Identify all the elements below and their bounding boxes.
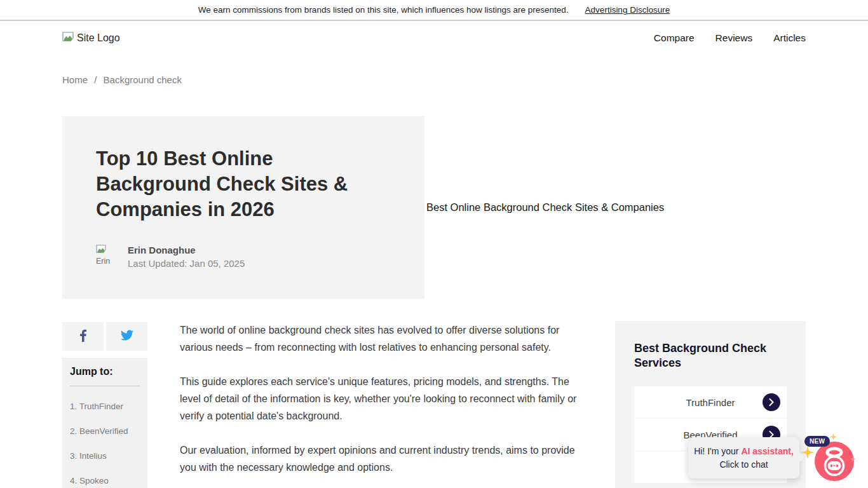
sparkle-plus-icon bbox=[830, 431, 837, 443]
last-updated: Last Updated: Jan 05, 2025 bbox=[128, 258, 245, 269]
jump-item-beenverified[interactable]: 2. BeenVerified bbox=[70, 426, 140, 436]
author-avatar: Erin bbox=[96, 245, 121, 269]
chat-cta: Click to chat bbox=[719, 458, 768, 471]
article-paragraph: The world of online background check sit… bbox=[180, 322, 581, 356]
jump-to-card: Jump to: 1. TruthFinder 2. BeenVerified … bbox=[62, 358, 147, 488]
social-share-row bbox=[62, 322, 147, 351]
avatar-alt-text: Erin bbox=[96, 257, 110, 266]
page-title: Top 10 Best Online Background Check Site… bbox=[96, 146, 381, 222]
ai-assistant-highlight: AI assistant, bbox=[741, 446, 793, 456]
site-logo-alt-text: Site Logo bbox=[77, 32, 120, 44]
nav-compare[interactable]: Compare bbox=[654, 32, 695, 44]
advertising-disclosure-link[interactable]: Advertising Disclosure bbox=[585, 5, 670, 15]
article-paragraph: This guide explores each service's uniqu… bbox=[180, 373, 581, 424]
site-header: Site Logo Compare Reviews Articles bbox=[62, 28, 806, 48]
disclosure-banner: We earn commissions from brands listed o… bbox=[0, 0, 868, 21]
breadcrumb-home[interactable]: Home bbox=[62, 74, 88, 85]
chat-greeting: Hi! I'm your AI assistant, bbox=[694, 445, 794, 458]
service-row-truthfinder[interactable]: TruthFinder bbox=[634, 386, 787, 418]
jump-item-intelius[interactable]: 3. Intelius bbox=[70, 451, 140, 461]
robot-mascot-icon bbox=[815, 442, 854, 481]
main-nav: Compare Reviews Articles bbox=[654, 32, 806, 44]
chat-assistant-button[interactable] bbox=[815, 442, 854, 481]
best-services-title: Best Background Check Services bbox=[634, 341, 771, 370]
author-name: Erin Donaghue bbox=[128, 245, 245, 255]
hero-image-alt-text: Best Online Background Check Sites & Com… bbox=[426, 201, 664, 214]
chevron-right-icon[interactable] bbox=[763, 393, 780, 411]
facebook-icon bbox=[80, 329, 86, 344]
broken-image-icon bbox=[62, 32, 74, 44]
article-paragraph: Our evaluation, informed by expert opini… bbox=[180, 442, 581, 476]
jump-to-title: Jump to: bbox=[70, 366, 140, 377]
twitter-share-button[interactable] bbox=[106, 322, 147, 351]
article-body: The world of online background check sit… bbox=[180, 322, 581, 488]
broken-image-icon bbox=[96, 245, 106, 256]
service-label: TruthFinder bbox=[686, 397, 735, 408]
jump-item-spokeo[interactable]: 4. Spokeo bbox=[70, 476, 140, 485]
breadcrumb-current[interactable]: Background check bbox=[104, 74, 182, 85]
chat-tooltip[interactable]: Hi! I'm your AI assistant, Click to chat bbox=[688, 437, 799, 478]
sparkle-dot-icon bbox=[850, 453, 856, 464]
facebook-share-button[interactable] bbox=[62, 322, 104, 351]
hero-card: Top 10 Best Online Background Check Site… bbox=[62, 116, 424, 299]
nav-reviews[interactable]: Reviews bbox=[715, 32, 753, 44]
disclosure-text: We earn commissions from brands listed o… bbox=[198, 5, 569, 15]
jump-item-truthfinder[interactable]: 1. TruthFinder bbox=[70, 402, 140, 411]
site-logo[interactable]: Site Logo bbox=[62, 32, 120, 44]
jump-to-divider bbox=[70, 386, 140, 386]
new-badge: NEW bbox=[804, 436, 830, 447]
nav-articles[interactable]: Articles bbox=[773, 32, 806, 44]
breadcrumb-separator: / bbox=[94, 74, 97, 85]
author-meta: Erin Donaghue Last Updated: Jan 05, 2025 bbox=[128, 245, 245, 269]
author-row: Erin Erin Donaghue Last Updated: Jan 05,… bbox=[96, 245, 245, 269]
sparkle-star-icon bbox=[801, 446, 814, 461]
twitter-icon bbox=[121, 330, 133, 343]
breadcrumb: Home / Background check bbox=[62, 74, 182, 85]
